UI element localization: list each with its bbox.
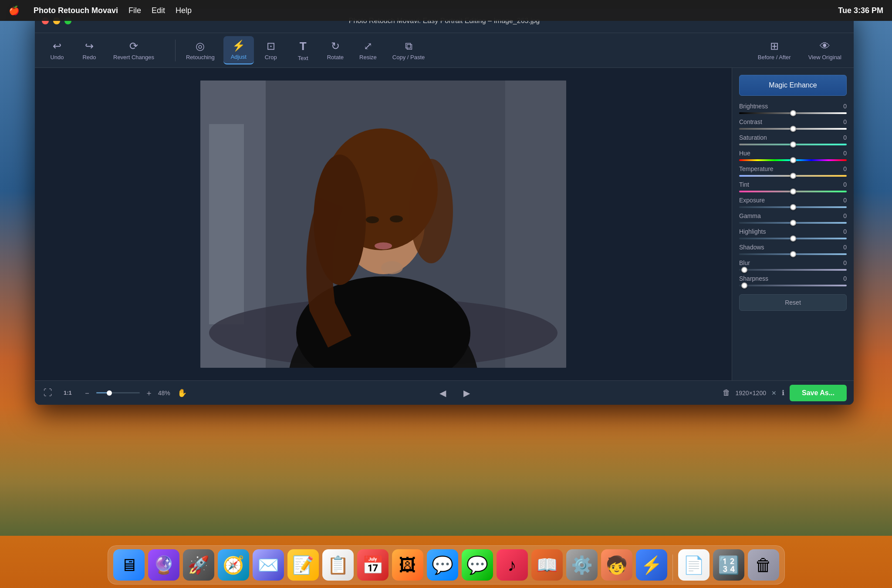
temperature-thumb[interactable] — [790, 173, 796, 179]
sharpness-slider-group: Sharpness 0 — [739, 275, 847, 286]
shadows-track[interactable] — [739, 253, 847, 255]
contrast-track[interactable] — [739, 128, 847, 130]
contrast-value: 0 — [838, 118, 847, 125]
dock-calendar[interactable]: 📅 — [357, 549, 389, 581]
hue-track[interactable] — [739, 159, 847, 161]
dock-reminders[interactable]: 📋 — [322, 549, 354, 581]
one-to-one-button[interactable]: 1:1 — [61, 388, 74, 398]
help-menu[interactable]: Help — [176, 6, 192, 15]
dock: 🖥 🔮 🚀 🧭 ✉️ 📝 📋 📅 🖼 💬 💬 ♪ 📖 ⚙️ 🧒 ⚡ 📄 🔢 🗑 — [0, 531, 892, 588]
rotate-icon: ↻ — [331, 40, 340, 52]
save-as-button[interactable]: Save As... — [790, 385, 847, 401]
saturation-track[interactable] — [739, 144, 847, 145]
resize-label: Resize — [359, 54, 377, 60]
dock-books[interactable]: 📖 — [531, 549, 563, 581]
sharpness-track[interactable] — [739, 285, 847, 286]
text-tool[interactable]: T Text — [288, 36, 318, 65]
gamma-track[interactable] — [739, 222, 847, 224]
app-name-menu[interactable]: Photo Retouch Movavi — [34, 6, 118, 15]
brightness-label: Brightness — [739, 103, 768, 110]
saturation-thumb[interactable] — [790, 141, 796, 148]
dock-calculator[interactable]: 🔢 — [713, 549, 744, 581]
resize-tool[interactable]: ⤢ Resize — [352, 37, 384, 64]
highlights-label: Highlights — [739, 228, 766, 235]
brightness-thumb[interactable] — [790, 110, 796, 116]
zoom-out-button[interactable]: － — [81, 386, 93, 400]
dock-photos[interactable]: 🖼 — [392, 549, 423, 581]
zoom-slider-thumb[interactable] — [107, 390, 112, 396]
hue-thumb[interactable] — [790, 157, 796, 163]
highlights-track[interactable] — [739, 238, 847, 239]
rotate-tool[interactable]: ↻ Rotate — [320, 37, 351, 64]
zoom-in-button[interactable]: ＋ — [143, 386, 155, 400]
temperature-track[interactable] — [739, 175, 847, 177]
contrast-thumb[interactable] — [790, 126, 796, 132]
contrast-slider-group: Contrast 0 — [739, 118, 847, 130]
dock-textedit[interactable]: 📄 — [678, 549, 710, 581]
zoom-controls: － ＋ 48% — [81, 386, 170, 400]
svg-rect-16 — [200, 81, 566, 368]
gamma-value: 0 — [838, 212, 847, 219]
highlights-thumb[interactable] — [790, 235, 796, 242]
crop-icon: ⊡ — [267, 40, 275, 52]
blur-label: Blur — [739, 259, 750, 266]
crop-tool[interactable]: ⊡ Crop — [256, 37, 286, 64]
sharpness-thumb[interactable] — [741, 282, 747, 289]
apple-menu[interactable]: 🍎 — [9, 5, 20, 16]
before-after-button[interactable]: ⊞ Before / After — [753, 37, 796, 64]
dock-music[interactable]: ♪ — [497, 549, 528, 581]
dock-mail[interactable]: ✉️ — [253, 549, 284, 581]
blur-header: Blur 0 — [739, 259, 847, 266]
redo-button[interactable]: ↪ Redo — [74, 37, 105, 64]
file-menu[interactable]: File — [128, 6, 141, 15]
reset-button[interactable]: Reset — [739, 294, 847, 311]
edit-menu[interactable]: Edit — [152, 6, 165, 15]
desktop-mountains — [0, 405, 892, 536]
dock-avatar-app[interactable]: 🧒 — [601, 549, 632, 581]
delete-button[interactable]: 🗑 — [723, 388, 730, 397]
text-icon: T — [300, 40, 307, 53]
dock-finder[interactable]: 🖥 — [113, 549, 145, 581]
temperature-header: Temperature 0 — [739, 165, 847, 172]
dock-thunderbird[interactable]: ⚡ — [636, 549, 667, 581]
dock-system-preferences[interactable]: ⚙️ — [566, 549, 598, 581]
saturation-label: Saturation — [739, 134, 767, 141]
revert-button[interactable]: ⟳ Revert Changes — [106, 37, 161, 64]
menubar: 🍎 Photo Retouch Movavi File Edit Help Tu… — [0, 0, 892, 21]
save-as-label: Save As... — [802, 389, 835, 396]
copy-paste-label: Copy / Paste — [392, 54, 425, 60]
contrast-header: Contrast 0 — [739, 118, 847, 125]
view-original-button[interactable]: 👁 View Original — [803, 37, 847, 64]
retouching-icon: ◎ — [196, 40, 205, 52]
undo-button[interactable]: ↩ Undo — [42, 37, 72, 64]
hue-header: Hue 0 — [739, 150, 847, 157]
dock-safari[interactable]: 🧭 — [218, 549, 249, 581]
blur-thumb[interactable] — [741, 267, 747, 273]
tint-track[interactable] — [739, 191, 847, 192]
dock-facetime[interactable]: 💬 — [427, 549, 458, 581]
dock-notes[interactable]: 📝 — [287, 549, 319, 581]
exposure-track[interactable] — [739, 206, 847, 208]
dock-launchpad[interactable]: 🚀 — [183, 549, 214, 581]
tint-thumb[interactable] — [790, 188, 796, 195]
dock-trash[interactable]: 🗑 — [748, 549, 779, 581]
prev-image-button[interactable]: ◀ — [436, 386, 449, 400]
zoom-slider-track[interactable] — [96, 392, 140, 393]
retouching-tool[interactable]: ◎ Retouching — [179, 37, 222, 64]
copy-paste-tool[interactable]: ⧉ Copy / Paste — [385, 37, 432, 64]
canvas-area[interactable] — [35, 68, 732, 380]
blur-track[interactable] — [739, 269, 847, 271]
next-image-button[interactable]: ▶ — [460, 386, 473, 400]
rotate-label: Rotate — [327, 54, 344, 60]
dock-siri[interactable]: 🔮 — [148, 549, 179, 581]
dock-messages[interactable]: 💬 — [462, 549, 493, 581]
brightness-track[interactable] — [739, 112, 847, 114]
adjust-tool[interactable]: ⚡ Adjust — [223, 36, 254, 64]
info-button[interactable]: ℹ — [782, 389, 784, 397]
fullscreen-button[interactable]: ⛶ — [42, 386, 54, 400]
gamma-thumb[interactable] — [790, 220, 796, 226]
magic-enhance-button[interactable]: Magic Enhance — [739, 75, 847, 96]
shadows-thumb[interactable] — [790, 251, 796, 257]
exposure-thumb[interactable] — [790, 204, 796, 210]
hand-tool-button[interactable]: ✋ — [177, 388, 187, 398]
